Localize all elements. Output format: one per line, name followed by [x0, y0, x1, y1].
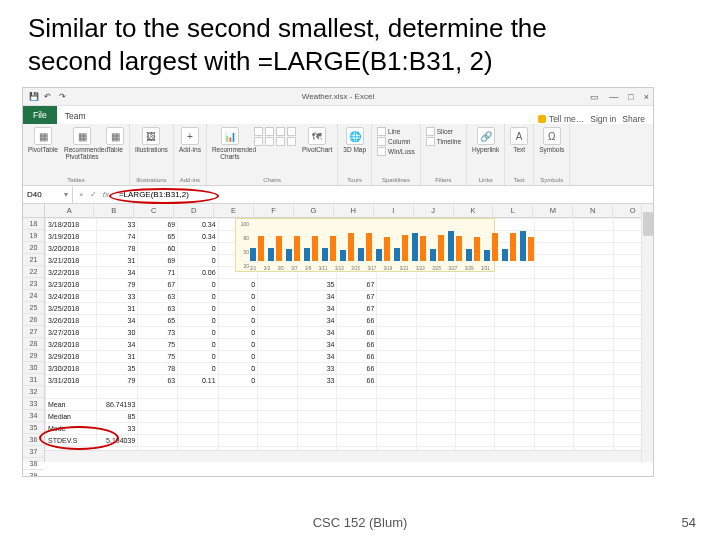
- chart-type-icon[interactable]: [254, 127, 263, 136]
- cell[interactable]: [495, 327, 534, 339]
- cell[interactable]: 3/19/2018: [46, 231, 97, 243]
- cell[interactable]: 66: [337, 327, 377, 339]
- cell[interactable]: 0: [178, 363, 218, 375]
- cell[interactable]: [534, 291, 573, 303]
- ribbon-symbols[interactable]: ΩSymbols: [539, 127, 564, 154]
- cell[interactable]: [377, 279, 416, 291]
- cell[interactable]: [534, 375, 573, 387]
- cell[interactable]: [377, 435, 416, 447]
- cell[interactable]: 3/21/2018: [46, 255, 97, 267]
- cell[interactable]: [377, 351, 416, 363]
- cell[interactable]: 31: [96, 255, 137, 267]
- cell[interactable]: [574, 363, 613, 375]
- horizontal-scrollbar[interactable]: [45, 450, 641, 462]
- cell[interactable]: 33: [96, 219, 137, 231]
- ribbon-pivottable[interactable]: ▦PivotTable: [28, 127, 58, 154]
- cell[interactable]: [534, 327, 573, 339]
- ribbon-options-icon[interactable]: ▭: [590, 92, 599, 102]
- cell[interactable]: Mode: [46, 423, 97, 435]
- tab-file[interactable]: File: [23, 106, 57, 124]
- cell[interactable]: [297, 435, 337, 447]
- cell[interactable]: 66: [337, 315, 377, 327]
- cell[interactable]: 31: [96, 351, 137, 363]
- cell[interactable]: [574, 303, 613, 315]
- formula-input[interactable]: =LARGE(B1:B31,2): [115, 190, 653, 199]
- cell[interactable]: [377, 423, 416, 435]
- cell[interactable]: [258, 363, 297, 375]
- cell[interactable]: 78: [138, 363, 178, 375]
- cell[interactable]: 3/20/2018: [46, 243, 97, 255]
- cell[interactable]: [495, 387, 534, 399]
- cell[interactable]: 0: [218, 375, 258, 387]
- cell[interactable]: [495, 363, 534, 375]
- cell[interactable]: [574, 315, 613, 327]
- cell[interactable]: 3/22/2018: [46, 267, 97, 279]
- cell[interactable]: 73: [138, 327, 178, 339]
- cell[interactable]: [456, 327, 495, 339]
- row-header[interactable]: 23: [23, 278, 44, 290]
- cell[interactable]: [574, 411, 613, 423]
- row-header[interactable]: 37: [23, 446, 44, 458]
- cell[interactable]: [178, 399, 218, 411]
- cell[interactable]: [574, 351, 613, 363]
- cell[interactable]: [534, 231, 573, 243]
- cell[interactable]: [337, 387, 377, 399]
- cell[interactable]: [416, 315, 455, 327]
- cell[interactable]: [534, 339, 573, 351]
- fx-icon[interactable]: fx: [103, 190, 109, 199]
- cell[interactable]: [495, 411, 534, 423]
- cell[interactable]: 3/31/2018: [46, 375, 97, 387]
- cell[interactable]: [377, 411, 416, 423]
- cell[interactable]: 3/18/2018: [46, 219, 97, 231]
- cell[interactable]: [258, 423, 297, 435]
- cell[interactable]: [377, 339, 416, 351]
- cell[interactable]: 35: [96, 363, 137, 375]
- cell[interactable]: 75: [138, 351, 178, 363]
- cell[interactable]: 3/28/2018: [46, 339, 97, 351]
- cell[interactable]: [495, 375, 534, 387]
- cell[interactable]: 3/25/2018: [46, 303, 97, 315]
- cell[interactable]: [377, 387, 416, 399]
- cell[interactable]: 0: [178, 327, 218, 339]
- cell[interactable]: Median: [46, 411, 97, 423]
- ribbon-win-loss[interactable]: Win/Loss: [377, 147, 415, 156]
- cell[interactable]: 3/24/2018: [46, 291, 97, 303]
- cell[interactable]: 78: [96, 243, 137, 255]
- ribbon-recommended-charts[interactable]: 📊Recommended Charts: [212, 127, 248, 161]
- cell[interactable]: 71: [138, 267, 178, 279]
- row-header[interactable]: 32: [23, 386, 44, 398]
- cell[interactable]: [574, 279, 613, 291]
- cell[interactable]: 66: [337, 351, 377, 363]
- cell[interactable]: [456, 315, 495, 327]
- cell[interactable]: [534, 435, 573, 447]
- maximize-button[interactable]: □: [628, 92, 633, 102]
- ribbon-recommended-pivottables[interactable]: ▦Recommended PivotTables: [64, 127, 100, 161]
- row-header[interactable]: 21: [23, 254, 44, 266]
- row-header[interactable]: 19: [23, 230, 44, 242]
- cell[interactable]: [456, 291, 495, 303]
- col-header-E[interactable]: E: [214, 204, 254, 218]
- row-header[interactable]: 29: [23, 350, 44, 362]
- cell[interactable]: [416, 363, 455, 375]
- cell[interactable]: 34: [96, 339, 137, 351]
- cell[interactable]: [534, 363, 573, 375]
- cell[interactable]: [138, 399, 178, 411]
- cell[interactable]: [534, 399, 573, 411]
- cell[interactable]: 69: [138, 255, 178, 267]
- signin-link[interactable]: Sign in: [590, 114, 616, 124]
- cell[interactable]: [574, 399, 613, 411]
- cell[interactable]: 0: [178, 351, 218, 363]
- cell[interactable]: [574, 243, 613, 255]
- cell[interactable]: [377, 291, 416, 303]
- cell[interactable]: 34: [297, 339, 337, 351]
- save-icon[interactable]: 💾: [29, 92, 39, 102]
- cell[interactable]: 86.74193: [96, 399, 137, 411]
- cell[interactable]: [96, 387, 137, 399]
- ribbon-table[interactable]: ▦Table: [106, 127, 124, 154]
- row-header[interactable]: 26: [23, 314, 44, 326]
- cell[interactable]: 67: [337, 291, 377, 303]
- tab-team[interactable]: Team: [57, 108, 121, 124]
- cell[interactable]: 65: [138, 315, 178, 327]
- cell[interactable]: [495, 219, 534, 231]
- cell[interactable]: 33: [96, 423, 137, 435]
